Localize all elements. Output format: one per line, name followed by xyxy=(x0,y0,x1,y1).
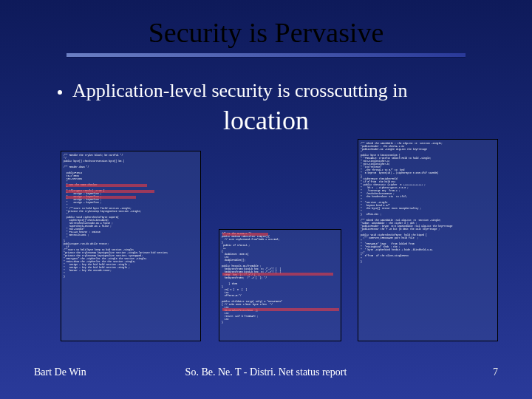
highlight-line xyxy=(66,190,154,193)
footer: Bart De Win So. Be. Ne. T - Distri. Net … xyxy=(0,366,532,378)
code-right-text: /** Blend the aBindable : the algList :0… xyxy=(361,142,495,338)
code-mid-text: //* it the RLXMD n */ public medium Iden… xyxy=(222,232,338,338)
code-panel-right: /** Blend the aBindable : the algList :0… xyxy=(358,139,498,341)
code-left-text: /** Handle the trylet block; be careful … xyxy=(64,154,198,338)
code-panel-middle: //* it the RLXMD n */ public medium Iden… xyxy=(219,229,341,341)
footer-page-number: 7 xyxy=(493,366,498,378)
highlight-line xyxy=(222,273,333,276)
highlight-line xyxy=(66,196,136,199)
highlight-line xyxy=(66,184,147,187)
code-panel-left: /** Handle the trylet block; be careful … xyxy=(61,151,201,341)
bullet-text: Application-level security is crosscutti… xyxy=(72,80,407,102)
slide-title: Security is Pervasive xyxy=(0,16,532,49)
bullet-dot-icon xyxy=(58,90,62,95)
highlight-line xyxy=(222,233,268,236)
highlight-line xyxy=(222,308,339,311)
title-underline xyxy=(66,53,466,58)
footer-author: Bart De Win xyxy=(34,366,86,378)
emphasis-word: location xyxy=(0,105,532,136)
bullet-line: Application-level security is crosscutti… xyxy=(58,80,502,102)
